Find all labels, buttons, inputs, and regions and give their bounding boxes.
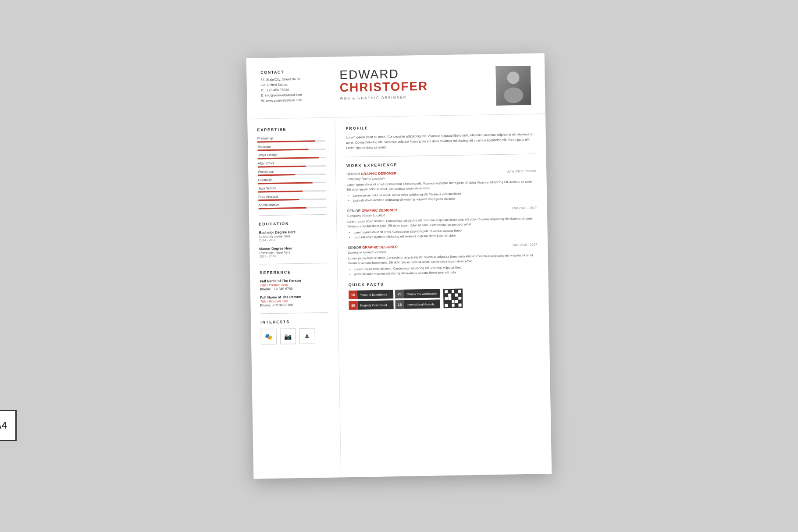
skill-bar-fill [257, 149, 308, 151]
job-item: SENIOR GRAPHIC DESIGNER Mar 2016 - 2017 … [348, 242, 538, 277]
skill-bar-bg [258, 157, 326, 160]
education-item: Bachelor Degree Here University name her… [259, 230, 327, 242]
profile-photo [495, 66, 531, 106]
last-name: CHRISTOFER [340, 78, 496, 95]
education-list: Bachelor Degree Here University name her… [259, 230, 328, 258]
job-bullets: Lorem ipsum dolor sit amet. Consectetur … [353, 191, 536, 203]
job-item: SENIOR GRAPHIC DESIGNER Mar 2018 - 2019 … [347, 206, 537, 240]
skill-bar-bg [258, 199, 326, 201]
qr-cell [445, 294, 448, 297]
qr-cell [452, 294, 455, 297]
skill-name: Creativity [258, 177, 326, 182]
job-bullets: Lorem ipsum dolor sit amet. Consectetur … [354, 264, 538, 276]
job-role: SENIOR GRAPHIC DESIGNER [348, 245, 398, 250]
a4-badge: A4 [0, 410, 17, 441]
qr-cell [445, 297, 448, 300]
fact-item: 15 Years of Experience [349, 290, 393, 299]
skill-item: Administrative [258, 202, 326, 209]
skill-item: After Effect [258, 160, 326, 168]
skill-item: Photoshop [257, 135, 325, 143]
fact-item: 75 Clinets the wholeworld [395, 289, 440, 298]
fact-item: 80 Projects Completed [349, 300, 393, 310]
svg-point-1 [504, 87, 524, 103]
qr-cell [455, 297, 458, 300]
website-label: W: [261, 99, 265, 103]
divider-1 [259, 214, 327, 216]
qr-cell [455, 300, 458, 303]
qr-cell [448, 297, 451, 300]
skill-bar-fill [258, 174, 295, 176]
profile-text: Lorem ipsum dolor sit amet. Consectetur … [346, 132, 536, 151]
website-value: www.yourwebsiteurl.com [266, 98, 302, 103]
skill-name: Wordpress [258, 169, 326, 174]
email-value: info@yourwebsiteurl.com [265, 93, 302, 97]
qr-cell [448, 290, 451, 293]
skill-item: Creativity [258, 177, 326, 184]
skill-item: Illustrator [257, 144, 325, 151]
skill-bar-fill [258, 191, 303, 193]
divider-3 [260, 312, 328, 314]
contact-info: 54, State/City, Street No.56 CA, United … [260, 76, 331, 104]
interests-icons: 🎭📷♟ [260, 328, 329, 345]
qr-cell [452, 290, 455, 293]
qr-cell [452, 297, 455, 300]
fact-label: Projects Completed [357, 300, 393, 309]
qr-cell [448, 304, 451, 307]
job-role: SENIOR GRAPHIC DESIGNER [347, 208, 397, 213]
skill-item: Wordpress [258, 169, 326, 176]
job-date: Mar 2016 - 2017 [513, 242, 537, 247]
skill-item: Java Scripts [258, 185, 326, 193]
qr-cell [455, 293, 458, 296]
page-wrapper: PS A4 CONTACT 54, State/City, Street No.… [18, 56, 780, 476]
qr-cell [452, 300, 455, 303]
skill-bar-fill [258, 166, 306, 168]
job-role: SENIOR GRAPHIC DESIGNER [346, 171, 396, 176]
fact-number: 18 [395, 300, 404, 309]
qr-code [443, 288, 463, 308]
reference-item: Full Name of The Person Title / Position… [260, 278, 328, 291]
svg-point-0 [507, 71, 519, 84]
education-title: EDUCATION [259, 221, 327, 227]
skill-bar-fill [259, 207, 306, 209]
divider-4 [346, 154, 536, 158]
person-silhouette [500, 68, 527, 103]
qr-cell [448, 300, 451, 303]
skill-bar-bg [259, 207, 327, 209]
resume-document: CONTACT 54, State/City, Street No.56 CA,… [246, 53, 552, 479]
website-line: W: www.yourwebsiteurl.com [261, 97, 331, 104]
contact-title: CONTACT [260, 69, 331, 75]
email-label: E: [261, 93, 264, 97]
qr-cell [458, 290, 461, 293]
expertise-title: EXPERTISE [257, 127, 325, 132]
fact-label: Years of Experience [357, 290, 393, 299]
skill-bar-fill [257, 140, 315, 142]
skill-name: After Effect [258, 160, 326, 166]
reference-list: Full Name of The Person Title / Position… [260, 278, 328, 308]
interest-icon: ♟ [299, 328, 315, 344]
ref-phone: Phone: +12-345-6789 [260, 302, 328, 308]
interest-icon: 🎭 [260, 329, 277, 345]
interest-icon: 📷 [280, 328, 296, 344]
name-block: EDWARD CHRISTOFER WEB & GRAPHIC DESIGNER [331, 66, 496, 100]
job-role-highlight: GRAPHIC DESIGNER [362, 245, 398, 249]
fact-number: 80 [349, 301, 357, 310]
fact-label: Clinets the wholeworld [404, 289, 440, 298]
skill-name: Photoshop [257, 135, 325, 141]
phone-label: P: [261, 88, 264, 92]
skill-bar-bg [257, 140, 325, 143]
skill-item: Data Analysis [258, 194, 326, 201]
job-desc: Lorem ipsum dolor sit amet. Consectetur … [347, 180, 536, 192]
jobs-list: SENIOR GRAPHIC DESIGNER June 2020- Prese… [346, 169, 538, 277]
skill-name: Java Scripts [258, 185, 326, 191]
ref-phone: Phone: +12-345-6789 [260, 286, 328, 291]
qr-cell [445, 300, 448, 303]
job-desc: Lorem ipsum dolor sit amet. Consectetur … [348, 253, 538, 266]
fact-number: 15 [349, 291, 357, 299]
qr-cell [459, 304, 462, 307]
skills-list: Photoshop Illustrator UI/UX Design After… [257, 135, 327, 209]
resume-header: CONTACT 54, State/City, Street No.56 CA,… [246, 53, 545, 119]
qr-cell [452, 304, 455, 307]
edu-years: 2014 - 2016 [259, 238, 327, 242]
skill-name: Data Analysis [258, 194, 326, 199]
qr-cell [459, 300, 462, 303]
